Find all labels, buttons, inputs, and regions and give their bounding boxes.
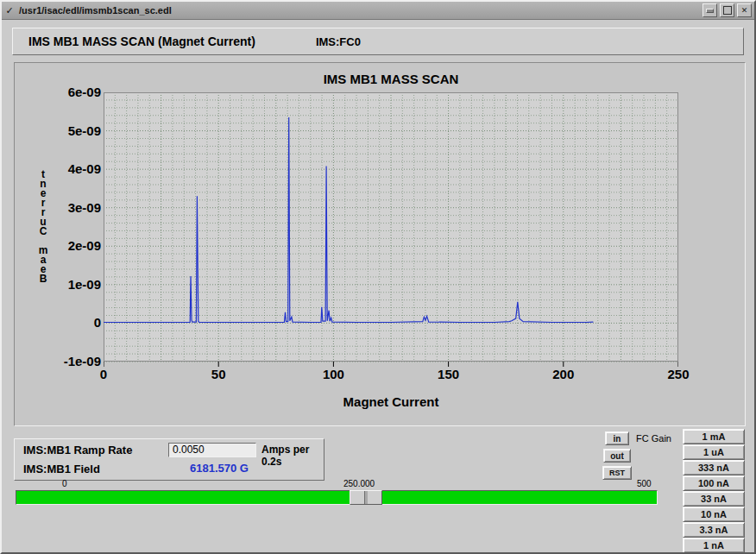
- x-tick-label: 0: [79, 367, 128, 381]
- title-bar[interactable]: ✓ /usr1/isac/edl/imsmb1scan_sc.edl ✕: [2, 2, 754, 20]
- ramp-panel: IMS:MB1 Ramp Rate 0.0050 Amps per 0.2s I…: [14, 438, 324, 481]
- slider-thumb-divider: [364, 491, 368, 504]
- gain-button-100-na[interactable]: 100 nA: [683, 475, 745, 491]
- fc-out-button[interactable]: out: [603, 449, 631, 463]
- gain-button-33-na[interactable]: 33 nA: [683, 491, 745, 507]
- gain-button-1-na[interactable]: 1 nA: [683, 538, 745, 553]
- gain-button-1-ma[interactable]: 1 mA: [683, 429, 745, 444]
- mass-scan-plot: [104, 92, 678, 367]
- close-button[interactable]: ✕: [737, 3, 752, 17]
- chart-panel: IMS MB1 MASS SCAN tnerruC maeB 6e-095e-0…: [14, 62, 746, 426]
- gain-button-333-na[interactable]: 333 nA: [683, 460, 745, 475]
- maximize-icon: [723, 6, 732, 15]
- fc-in-button[interactable]: in: [605, 431, 629, 445]
- slider-value-label: 250.000: [343, 479, 375, 488]
- field-label: IMS:MB1 Field: [23, 463, 100, 475]
- maximize-button[interactable]: [720, 3, 734, 17]
- device-label: IMS:FC0: [316, 35, 361, 48]
- ramp-rate-label: IMS:MB1 Ramp Rate: [23, 444, 132, 456]
- y-tick-label: 4e-09: [39, 161, 101, 176]
- x-tick-label: 200: [539, 367, 588, 381]
- minimize-icon: [706, 9, 714, 13]
- window-title: /usr1/isac/edl/imsmb1scan_sc.edl: [17, 5, 702, 16]
- y-tick-label: 3e-09: [39, 200, 101, 215]
- magnet-current-slider-track[interactable]: [16, 490, 658, 505]
- x-tick-label: 250: [654, 367, 702, 381]
- field-value: 6181.570 G: [163, 462, 275, 475]
- edm-window: ✓ /usr1/isac/edl/imsmb1scan_sc.edl ✕ IMS…: [0, 0, 756, 554]
- gain-button-1-ua[interactable]: 1 uA: [683, 444, 745, 460]
- header-panel: IMS MB1 MASS SCAN (Magnet Current) IMS:F…: [12, 28, 744, 55]
- x-axis-label: Magnet Current: [104, 394, 678, 409]
- window-menu-icon[interactable]: ✓: [2, 5, 17, 16]
- y-tick-label: 5e-09: [39, 123, 101, 138]
- plot-area: [104, 92, 678, 367]
- minimize-button[interactable]: [702, 3, 717, 17]
- y-axis-label: tnerruC maeB: [35, 170, 51, 284]
- y-tick-label: 6e-09: [39, 85, 101, 99]
- page-title: IMS MB1 MASS SCAN (Magnet Current): [28, 35, 255, 48]
- gain-button-10-na[interactable]: 10 nA: [683, 507, 745, 522]
- slider-min-label: 0: [62, 479, 67, 488]
- chart-title: IMS MB1 MASS SCAN: [104, 72, 678, 86]
- slider-max-label: 500: [637, 479, 652, 488]
- ramp-rate-input[interactable]: 0.0050: [168, 443, 256, 457]
- close-icon: ✕: [741, 7, 748, 15]
- gain-button-3-3-na[interactable]: 3.3 nA: [683, 522, 745, 538]
- slider-thumb[interactable]: [350, 490, 382, 505]
- y-tick-label: 2e-09: [39, 238, 101, 253]
- x-tick-label: 150: [425, 367, 473, 381]
- y-tick-label: 1e-09: [39, 277, 101, 292]
- x-tick-label: 50: [194, 367, 243, 381]
- x-tick-label: 100: [309, 367, 357, 381]
- fc-rst-button[interactable]: RST: [602, 466, 632, 480]
- fc-gain-label: FC Gain: [636, 433, 671, 444]
- y-tick-label: 0: [39, 315, 101, 330]
